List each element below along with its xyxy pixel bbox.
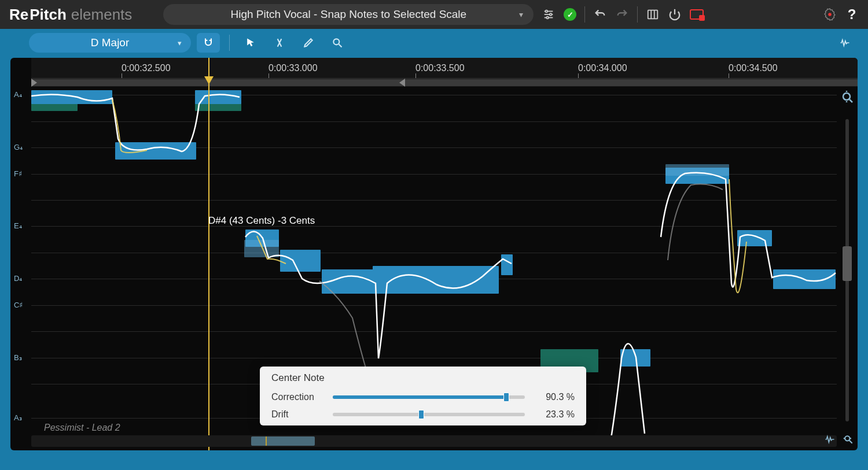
- arrow-tool-button[interactable]: [239, 33, 262, 53]
- scale-dropdown[interactable]: D Major ▾: [29, 33, 191, 53]
- draw-tool-button[interactable]: [297, 33, 320, 53]
- settings-sliders-icon[interactable]: [542, 8, 556, 21]
- zoom-vertical-icon[interactable]: [840, 90, 854, 104]
- note-label: G₄: [14, 143, 23, 151]
- note-block[interactable]: [195, 90, 241, 104]
- note-block[interactable]: [244, 240, 279, 257]
- logo-pitch: Pitch: [30, 6, 67, 24]
- note-label: E₄: [14, 221, 22, 230]
- waveform-toggle-icon[interactable]: [824, 434, 836, 448]
- logo-re: Re: [9, 6, 28, 24]
- correction-slider[interactable]: [333, 395, 525, 399]
- capture-lock-icon[interactable]: [690, 8, 704, 21]
- divider: [584, 6, 585, 23]
- note-block[interactable]: [322, 269, 374, 294]
- svg-point-3: [546, 10, 548, 13]
- svg-point-15: [843, 93, 850, 100]
- bottom-right-controls: [824, 434, 854, 448]
- drift-value: 23.3 %: [534, 409, 575, 420]
- zoom-fit-icon[interactable]: [843, 434, 854, 448]
- svg-point-4: [550, 13, 552, 16]
- svg-point-19: [845, 436, 849, 441]
- split-tool-button[interactable]: [268, 33, 291, 53]
- panel-title: Center Note: [271, 372, 575, 384]
- gear-icon[interactable]: [823, 8, 837, 21]
- horizontal-scrollbar[interactable]: [31, 435, 837, 447]
- note-label: C♯: [14, 301, 23, 309]
- correction-label: Correction: [271, 392, 323, 402]
- svg-point-10: [828, 13, 832, 16]
- waveform-view-icon[interactable]: [833, 33, 856, 53]
- right-gutter: [837, 87, 858, 433]
- status-ok-icon[interactable]: [564, 8, 576, 21]
- undo-button[interactable]: [593, 8, 607, 21]
- note-label: F♯: [14, 169, 22, 178]
- note-block[interactable]: [31, 90, 112, 104]
- drift-slider[interactable]: [333, 413, 525, 416]
- svg-line-14: [339, 45, 342, 47]
- note-readout: D#4 (43 Cents) -3 Cents: [208, 215, 315, 227]
- top-bar: RePitch elements High Pitch Vocal - Snap…: [0, 0, 868, 29]
- pitch-editor: 0:00:32.500 0:00:33.000 0:00:33.500 0:00…: [10, 58, 858, 450]
- chevron-down-icon: ▾: [519, 10, 523, 19]
- center-note-panel: Center Note Correction 90.3 % Drift 23.3…: [260, 367, 586, 425]
- note-grid[interactable]: D#4 (43 Cents) -3 Cents Center Note Corr…: [31, 87, 837, 433]
- note-block[interactable]: [620, 349, 650, 367]
- logo-elements: elements: [71, 6, 133, 24]
- help-icon[interactable]: ?: [845, 8, 859, 21]
- drift-label: Drift: [271, 409, 323, 420]
- time-ruler[interactable]: 0:00:32.500 0:00:33.000 0:00:33.500 0:00…: [31, 58, 858, 79]
- svg-point-13: [333, 39, 339, 45]
- note-block[interactable]: [115, 142, 196, 160]
- scale-label: D Major: [91, 36, 130, 49]
- time-tick: 0:00:33.500: [415, 58, 465, 78]
- preset-dropdown[interactable]: High Pitch Vocal - Snap Notes to Selecte…: [163, 4, 534, 25]
- time-tick: 0:00:34.000: [578, 58, 627, 78]
- divider: [637, 6, 638, 23]
- note-label: A₃: [14, 413, 22, 422]
- note-block[interactable]: [280, 250, 321, 272]
- preset-label: High Pitch Vocal - Snap Notes to Selecte…: [230, 8, 466, 21]
- toolbar: D Major ▾: [0, 29, 868, 57]
- snap-magnet-button[interactable]: [197, 33, 220, 53]
- note-block[interactable]: [737, 230, 772, 246]
- correction-value: 90.3 %: [534, 392, 575, 402]
- overview-bar[interactable]: [31, 79, 858, 87]
- track-name: Pessimist - Lead 2: [44, 423, 120, 433]
- svg-line-16: [849, 99, 852, 102]
- redo-button[interactable]: [615, 8, 629, 21]
- power-icon[interactable]: [668, 8, 682, 21]
- note-label: A₄: [14, 90, 22, 99]
- time-tick: 0:00:32.500: [122, 58, 171, 78]
- zoom-tool-button[interactable]: [326, 33, 349, 53]
- svg-point-5: [547, 17, 549, 19]
- time-tick: 0:00:34.500: [729, 58, 778, 78]
- note-block[interactable]: [773, 269, 836, 289]
- view-columns-icon[interactable]: [646, 8, 660, 21]
- note-block[interactable]: [501, 254, 513, 275]
- time-tick: 0:00:33.000: [269, 58, 318, 78]
- vertical-scrollbar[interactable]: [845, 119, 849, 421]
- playhead[interactable]: [208, 58, 209, 450]
- app-logo: RePitch elements: [9, 6, 132, 24]
- note-label: B₃: [14, 353, 22, 362]
- chevron-down-icon: ▾: [178, 39, 182, 47]
- separator: [229, 35, 230, 51]
- svg-rect-6: [648, 10, 658, 19]
- note-block[interactable]: [665, 164, 729, 176]
- note-block[interactable]: [373, 266, 499, 294]
- note-labels: A₄ G₄ F♯ E₄ D₄ C♯ B₃ A₃: [10, 87, 31, 433]
- svg-line-20: [849, 441, 852, 443]
- note-label: D₄: [14, 274, 22, 283]
